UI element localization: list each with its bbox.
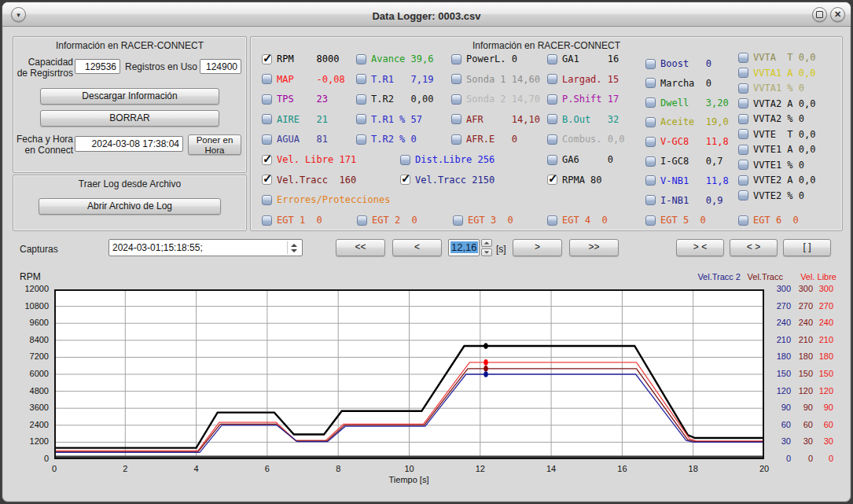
channel-item: RPM 8000 bbox=[262, 53, 339, 65]
channel-item: Errores/Protecciones bbox=[262, 193, 391, 206]
right-axis-tick: 30 bbox=[810, 436, 833, 446]
inuse-label: Registros en Uso bbox=[125, 61, 199, 72]
channel-checkbox[interactable] bbox=[738, 145, 748, 155]
channel-checkbox[interactable] bbox=[738, 129, 748, 139]
right-axis-tick: 0 bbox=[767, 454, 791, 463]
download-button[interactable]: Descargar Información bbox=[40, 88, 219, 105]
cursor-marker-vel-libre[interactable] bbox=[483, 359, 487, 366]
channel-checkbox[interactable] bbox=[262, 175, 272, 185]
set-hour-button[interactable]: Poner en Hora bbox=[188, 134, 241, 155]
channel-checkbox[interactable] bbox=[451, 94, 461, 105]
channel-checkbox[interactable] bbox=[547, 54, 557, 64]
x-axis-tick: 8 bbox=[326, 464, 350, 473]
channel-checkbox[interactable] bbox=[262, 94, 272, 105]
step-fwd-button[interactable]: > bbox=[513, 239, 562, 256]
channel-item: AIRE 21 bbox=[262, 113, 328, 126]
channel-checkbox[interactable] bbox=[356, 134, 366, 145]
zoom-out-button[interactable]: < > bbox=[730, 239, 778, 256]
time-spin-up[interactable] bbox=[481, 239, 492, 247]
channel-checkbox[interactable] bbox=[262, 215, 272, 226]
channel-item: Vel. Libre 171 bbox=[262, 153, 356, 166]
zoom-in-button[interactable]: > < bbox=[676, 239, 724, 256]
channel-checkbox[interactable] bbox=[400, 155, 410, 165]
channel-checkbox[interactable] bbox=[547, 134, 557, 145]
channel-checkbox[interactable] bbox=[645, 195, 656, 205]
cursor-marker-rpm[interactable] bbox=[483, 343, 487, 349]
channel-checkbox[interactable] bbox=[738, 215, 748, 226]
channel-checkbox[interactable] bbox=[262, 54, 272, 64]
channel-checkbox[interactable] bbox=[738, 98, 748, 109]
channel-checkbox[interactable] bbox=[547, 74, 557, 84]
channel-checkbox[interactable] bbox=[356, 74, 366, 84]
chart-plot-area[interactable] bbox=[54, 289, 764, 459]
x-axis-tick: 4 bbox=[185, 464, 208, 473]
datetime-field[interactable] bbox=[75, 136, 183, 152]
channel-checkbox[interactable] bbox=[738, 160, 748, 170]
channel-checkbox[interactable] bbox=[262, 74, 272, 84]
rewind-button[interactable]: << bbox=[336, 239, 385, 256]
channel-item: Dist.Libre 256 bbox=[400, 153, 495, 166]
channel-label: Largad. 15 bbox=[562, 75, 619, 84]
channel-item: V-GC8 11,8 bbox=[645, 135, 729, 148]
channel-checkbox[interactable] bbox=[356, 94, 366, 105]
channel-checkbox[interactable] bbox=[262, 195, 272, 205]
channel-checkbox[interactable] bbox=[645, 117, 656, 127]
channel-checkbox[interactable] bbox=[645, 215, 656, 226]
channel-checkbox[interactable] bbox=[645, 175, 656, 186]
capacity-field[interactable] bbox=[75, 59, 120, 74]
channel-checkbox[interactable] bbox=[547, 94, 557, 105]
channel-checkbox[interactable] bbox=[547, 155, 557, 165]
channel-checkbox[interactable] bbox=[738, 190, 748, 200]
channel-checkbox[interactable] bbox=[547, 114, 557, 124]
channel-label: T.R2 0,00 bbox=[371, 94, 433, 104]
channel-checkbox[interactable] bbox=[453, 215, 463, 226]
spin-down-icon bbox=[484, 251, 489, 253]
channel-checkbox[interactable] bbox=[262, 114, 272, 124]
channel-checkbox[interactable] bbox=[356, 114, 366, 124]
channel-item: EGT 2 0 bbox=[357, 214, 417, 226]
right-axis-tick: 90 bbox=[767, 403, 791, 412]
channel-checkbox[interactable] bbox=[262, 134, 272, 145]
channel-checkbox[interactable] bbox=[645, 59, 656, 69]
channel-checkbox[interactable] bbox=[645, 97, 656, 108]
open-log-button[interactable]: Abrir Archivo de Log bbox=[39, 198, 221, 215]
time-spinbox[interactable]: 12,16 bbox=[448, 239, 480, 256]
cursor-marker-vel-tracc-2[interactable] bbox=[483, 371, 487, 377]
right-axis-tick: 210 bbox=[767, 335, 791, 344]
channel-checkbox[interactable] bbox=[738, 114, 748, 124]
channel-checkbox[interactable] bbox=[547, 175, 557, 185]
channel-checkbox[interactable] bbox=[400, 175, 410, 185]
close-button[interactable]: ✕ bbox=[830, 7, 845, 22]
time-spin-down[interactable] bbox=[481, 248, 492, 256]
channel-checkbox[interactable] bbox=[645, 78, 656, 88]
channel-checkbox[interactable] bbox=[451, 74, 461, 84]
channel-label: EGT 3 0 bbox=[468, 215, 513, 225]
channel-checkbox[interactable] bbox=[451, 114, 461, 124]
channel-checkbox[interactable] bbox=[738, 175, 748, 186]
right-axis-tick: 240 bbox=[767, 318, 791, 327]
channel-checkbox[interactable] bbox=[262, 155, 272, 165]
channel-checkbox[interactable] bbox=[645, 156, 656, 167]
chart-svg bbox=[54, 289, 764, 459]
channel-checkbox[interactable] bbox=[738, 68, 748, 78]
zoom-fit-button[interactable]: [ ] bbox=[783, 239, 831, 256]
channel-checkbox[interactable] bbox=[451, 54, 461, 64]
maximize-button[interactable] bbox=[812, 7, 827, 22]
channel-checkbox[interactable] bbox=[645, 137, 656, 147]
channel-checkbox[interactable] bbox=[451, 134, 461, 145]
combo-spinner[interactable] bbox=[287, 241, 300, 254]
channel-checkbox[interactable] bbox=[356, 54, 366, 64]
channel-checkbox[interactable] bbox=[738, 83, 748, 94]
channel-checkbox[interactable] bbox=[738, 53, 748, 63]
erase-button[interactable]: BORRAR bbox=[40, 110, 219, 127]
inuse-field[interactable] bbox=[200, 59, 241, 74]
channel-checkbox[interactable] bbox=[357, 215, 367, 226]
capture-combo[interactable]: 2024-03-01;15:18:55; bbox=[108, 239, 303, 256]
channel-label: VVTA T 0,0 bbox=[753, 53, 815, 62]
x-axis-tick: 16 bbox=[610, 464, 634, 473]
step-back-button[interactable]: < bbox=[392, 239, 442, 256]
cursor-marker-vel-tracc[interactable] bbox=[483, 366, 487, 372]
channel-item: VVTE2 A 0,0 bbox=[738, 174, 815, 186]
channel-checkbox[interactable] bbox=[547, 215, 557, 226]
ffwd-button[interactable]: >> bbox=[569, 239, 619, 256]
